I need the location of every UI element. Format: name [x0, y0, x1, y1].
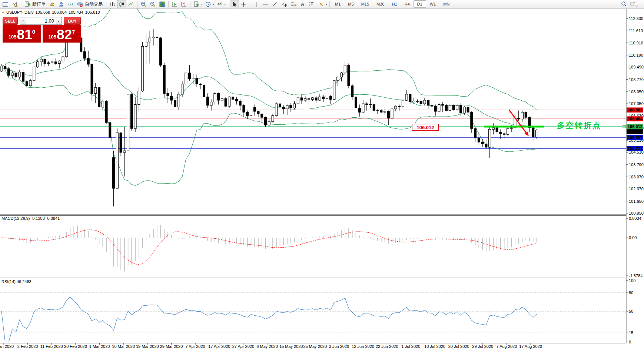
timeframe-button-D1[interactable]: D1 — [414, 0, 426, 8]
timeframe-button-MN[interactable]: MN — [439, 0, 453, 8]
sell-button[interactable]: SELL — [3, 17, 18, 25]
search-icon[interactable] — [619, 0, 628, 8]
zoom-out-icon[interactable] — [148, 0, 157, 8]
svg-text:0: 0 — [629, 340, 631, 344]
bar-chart-type-icon[interactable] — [108, 0, 117, 8]
macd-label: MACD(12,26,9) -0.1383 -0.0841 — [1, 216, 60, 221]
gold-icon[interactable] — [47, 0, 57, 8]
periods-caret-icon[interactable]: ▾ — [213, 3, 214, 6]
svg-text:109.490: 109.490 — [629, 65, 644, 69]
svg-text:3 Jan 2020: 3 Jan 2020 — [0, 344, 14, 349]
chart-shift-icon[interactable] — [179, 0, 189, 8]
chart-preview-icon[interactable] — [10, 0, 19, 8]
svg-text:E: E — [285, 3, 287, 7]
ohlc-low: 105.434 — [69, 10, 83, 14]
text-tool-icon[interactable]: A — [298, 0, 307, 8]
svg-text:6 May 2020: 6 May 2020 — [256, 344, 278, 349]
rsi-axis: 1008050150 — [626, 278, 635, 344]
timeframe-button-M5[interactable]: M5 — [344, 0, 357, 8]
trendline-tool-icon[interactable] — [270, 0, 279, 8]
toolbar-separator — [106, 1, 106, 7]
svg-text:29 Mar 2020: 29 Mar 2020 — [160, 344, 183, 349]
svg-text:2 Feb 2020: 2 Feb 2020 — [17, 344, 38, 349]
volume-stepper: ▾ ▴ — [20, 17, 62, 25]
annotation-price-label[interactable]: 106.012 — [412, 124, 439, 131]
timeframe-button-H4[interactable]: H4 — [401, 0, 414, 8]
arrows-tool-icon[interactable] — [316, 0, 326, 8]
timeframe-group: M1M5M15M30H1H4D1W1MN — [331, 0, 453, 8]
svg-text:104.721: 104.721 — [628, 147, 643, 151]
svg-text:-1.5784: -1.5784 — [629, 274, 643, 278]
arrows-caret-icon[interactable]: ▾ — [326, 3, 327, 6]
timeframe-button-H1[interactable]: H1 — [388, 0, 401, 8]
horizontal-line-tool-icon[interactable] — [261, 0, 270, 8]
ohlc-high: 106.064 — [52, 10, 67, 14]
equidistant-channel-tool-icon[interactable]: E — [279, 0, 289, 8]
svg-text:F: F — [295, 3, 297, 7]
auto-scroll-icon[interactable] — [170, 0, 179, 8]
svg-text:106.981: 106.981 — [628, 108, 643, 112]
svg-text:20 Feb 2020: 20 Feb 2020 — [64, 344, 87, 349]
svg-text:15 May 2020: 15 May 2020 — [279, 344, 303, 349]
zoom-in-icon[interactable] — [139, 0, 148, 8]
signal-icon[interactable] — [66, 0, 75, 8]
timeframe-button-W1[interactable]: W1 — [426, 0, 440, 8]
buy-button[interactable]: BUY — [64, 17, 81, 25]
templates-caret-icon[interactable]: ▾ — [224, 3, 226, 6]
date-axis[interactable]: 3 Jan 20202 Feb 202011 Feb 202020 Feb 20… — [0, 343, 542, 349]
toolbar-separator — [21, 1, 21, 7]
ohlc-open: 105.668 — [35, 10, 50, 14]
line-chart-type-icon[interactable] — [126, 0, 136, 8]
chart-header: ▲ USDJPY-,Daily 105.668 106.064 105.434 … — [1, 10, 100, 14]
volume-increase-button[interactable]: ▴ — [56, 17, 62, 24]
candlestick-chart-type-icon[interactable] — [117, 0, 126, 8]
svg-text:103.790: 103.790 — [629, 162, 644, 167]
crosshair-icon[interactable] — [239, 0, 248, 8]
mt4-window: 新订单 自动交易 ▾ ▾ ▾ E F A T ▾ — [0, 0, 644, 349]
chart-canvas[interactable]: 112.330111.610110.910110.190109.490108.7… — [0, 0, 644, 349]
vertical-line-tool-icon[interactable] — [252, 0, 261, 8]
indicators-caret-icon[interactable]: ▾ — [201, 3, 203, 6]
fibonacci-tool-icon[interactable]: F — [289, 0, 298, 8]
toolbar-separator — [190, 1, 190, 7]
toolbar-separator — [329, 1, 330, 7]
chat-icon[interactable] — [628, 0, 640, 8]
svg-text:17 Aug 2020: 17 Aug 2020 — [519, 344, 542, 349]
svg-text:0.8034: 0.8034 — [629, 216, 641, 221]
community-icon[interactable] — [57, 0, 66, 8]
svg-text:25 May 2020: 25 May 2020 — [303, 344, 327, 349]
pane-borders — [0, 9, 626, 343]
buy-price-display[interactable]: 105 82 7 — [43, 25, 81, 43]
svg-text:10 Jul 2020: 10 Jul 2020 — [424, 344, 445, 349]
cursor-icon[interactable] — [230, 0, 239, 8]
volume-input[interactable] — [26, 17, 56, 24]
macd-pane — [1, 225, 537, 272]
timeframe-button-M15[interactable]: M15 — [358, 0, 373, 8]
macd-axis: 0.80340.00-1.5784 — [626, 216, 643, 278]
indicators-add-icon[interactable] — [192, 0, 201, 8]
rsi-pane — [0, 293, 626, 342]
svg-text:108.770: 108.770 — [629, 77, 644, 82]
market-watch-icon[interactable] — [1, 0, 10, 8]
svg-text:19 Mar 2020: 19 Mar 2020 — [136, 344, 159, 349]
timeframe-button-M1[interactable]: M1 — [331, 0, 344, 8]
auto-trading-label[interactable]: 自动交易 — [85, 1, 103, 7]
annotation-note-text[interactable]: 多空转折点 — [557, 120, 601, 131]
svg-text:110.190: 110.190 — [629, 53, 643, 57]
toolbar-separator — [228, 1, 228, 7]
svg-text:17 Apr 2020: 17 Apr 2020 — [208, 344, 230, 349]
sell-price-display[interactable]: 105 81 0 — [3, 25, 41, 43]
new-order-icon[interactable] — [23, 0, 32, 8]
new-order-label[interactable]: 新订单 — [32, 1, 46, 7]
auto-trading-icon[interactable] — [75, 0, 84, 8]
svg-text:0.00: 0.00 — [629, 235, 637, 240]
text-label-tool-icon[interactable]: T — [307, 0, 316, 8]
tile-windows-icon[interactable] — [157, 0, 167, 8]
svg-text:112.330: 112.330 — [629, 16, 643, 21]
svg-text:100.950: 100.950 — [629, 211, 644, 215]
periods-clock-icon[interactable] — [203, 0, 213, 8]
timeframe-button-M30[interactable]: M30 — [373, 0, 388, 8]
svg-text:80: 80 — [629, 291, 633, 295]
templates-icon[interactable] — [215, 0, 224, 8]
volume-decrease-button[interactable]: ▾ — [20, 17, 26, 24]
